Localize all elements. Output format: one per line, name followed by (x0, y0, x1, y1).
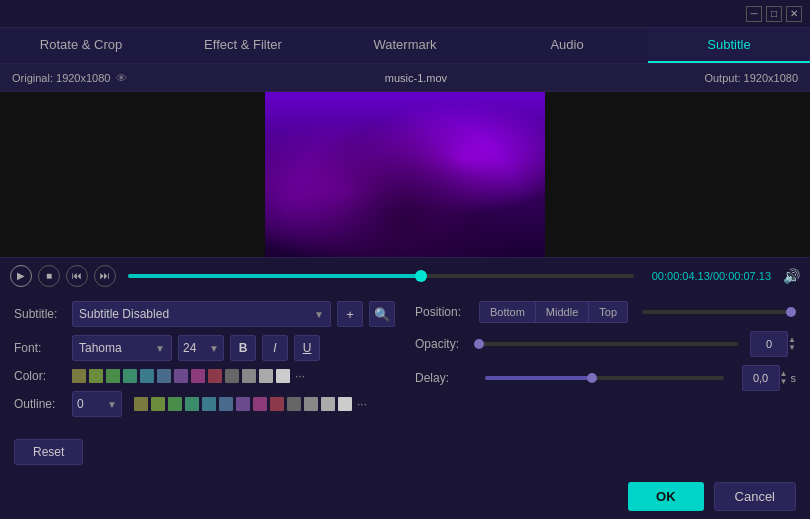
color-swatch[interactable] (208, 369, 222, 383)
title-bar: ─ □ ✕ (0, 0, 810, 28)
tab-watermark[interactable]: Watermark (324, 28, 486, 63)
position-row: Position: Bottom Middle Top (415, 301, 796, 323)
outline-swatch[interactable] (270, 397, 284, 411)
opacity-slider-thumb (474, 339, 484, 349)
position-middle-button[interactable]: Middle (536, 302, 589, 322)
outline-swatch[interactable] (236, 397, 250, 411)
color-swatch[interactable] (140, 369, 154, 383)
delay-fill (485, 376, 592, 380)
font-label: Font: (14, 341, 66, 355)
video-area (0, 92, 810, 257)
subtitle-dropdown-arrow: ▼ (314, 309, 324, 320)
minimize-button[interactable]: ─ (746, 6, 762, 22)
outline-swatch[interactable] (304, 397, 318, 411)
video-preview (265, 92, 545, 257)
color-swatch[interactable] (123, 369, 137, 383)
position-label: Position: (415, 305, 473, 319)
reset-button[interactable]: Reset (14, 439, 83, 465)
color-swatch[interactable] (106, 369, 120, 383)
outline-color-swatches: ··· (134, 397, 367, 411)
outline-swatch[interactable] (202, 397, 216, 411)
outline-label: Outline: (14, 397, 66, 411)
tab-subtitle[interactable]: Subtitle (648, 28, 810, 63)
color-row: Color: ··· (14, 369, 395, 383)
delay-slider-thumb (587, 373, 597, 383)
video-side-left (0, 92, 265, 257)
outline-more-button[interactable]: ··· (357, 397, 367, 411)
position-button-group: Bottom Middle Top (479, 301, 628, 323)
opacity-down-button[interactable]: ▼ (788, 344, 796, 352)
outline-swatch[interactable] (287, 397, 301, 411)
color-swatch[interactable] (242, 369, 256, 383)
stop-button[interactable]: ■ (38, 265, 60, 287)
eye-icon: 👁 (116, 72, 127, 84)
italic-button[interactable]: I (262, 335, 288, 361)
opacity-label: Opacity: (415, 337, 473, 351)
right-controls: Position: Bottom Middle Top Opacity: 0 ▲ (415, 301, 796, 425)
outline-swatch[interactable] (185, 397, 199, 411)
outline-value: 0 (77, 397, 84, 411)
delay-row: Delay: 0,0 ▲ ▼ s (415, 365, 796, 391)
tab-audio[interactable]: Audio (486, 28, 648, 63)
play-button[interactable]: ▶ (10, 265, 32, 287)
subtitle-value: Subtitle Disabled (79, 307, 169, 321)
outline-swatch[interactable] (338, 397, 352, 411)
video-side-right (545, 92, 810, 257)
font-family-value: Tahoma (79, 341, 122, 355)
color-swatch[interactable] (72, 369, 86, 383)
seek-thumb (415, 270, 427, 282)
position-bottom-button[interactable]: Bottom (480, 302, 536, 322)
color-swatch[interactable] (89, 369, 103, 383)
color-swatch[interactable] (157, 369, 171, 383)
maximize-button[interactable]: □ (766, 6, 782, 22)
delay-label: Delay: (415, 371, 473, 385)
filename: music-1.mov (127, 72, 704, 84)
seek-bar[interactable] (128, 274, 634, 278)
position-slider-thumb (786, 307, 796, 317)
color-swatch[interactable] (225, 369, 239, 383)
controls-panel: Subtitle: Subtitle Disabled ▼ + 🔍 Font: … (0, 293, 810, 433)
position-slider[interactable] (642, 310, 796, 314)
delay-slider[interactable] (485, 376, 724, 380)
subtitle-select[interactable]: Subtitle Disabled ▼ (72, 301, 331, 327)
outline-select[interactable]: 0 ▼ (72, 391, 122, 417)
font-dropdown-arrow: ▼ (155, 343, 165, 354)
color-more-button[interactable]: ··· (295, 369, 305, 383)
tab-rotate[interactable]: Rotate & Crop (0, 28, 162, 63)
next-button[interactable]: ⏭ (94, 265, 116, 287)
position-top-button[interactable]: Top (589, 302, 627, 322)
ok-button[interactable]: OK (628, 482, 704, 511)
outline-swatch[interactable] (219, 397, 233, 411)
search-subtitle-button[interactable]: 🔍 (369, 301, 395, 327)
font-size-select[interactable]: 24 ▼ (178, 335, 224, 361)
tab-effect[interactable]: Effect & Filter (162, 28, 324, 63)
color-swatch[interactable] (191, 369, 205, 383)
color-swatches: ··· (72, 369, 305, 383)
outline-swatch[interactable] (151, 397, 165, 411)
outline-swatch[interactable] (168, 397, 182, 411)
outline-swatch[interactable] (134, 397, 148, 411)
font-family-select[interactable]: Tahoma ▼ (72, 335, 172, 361)
opacity-spinners: ▲ ▼ (788, 336, 796, 352)
outline-swatch[interactable] (253, 397, 267, 411)
color-swatch[interactable] (276, 369, 290, 383)
opacity-value[interactable]: 0 (750, 331, 788, 357)
volume-icon[interactable]: 🔊 (783, 268, 800, 284)
opacity-slider[interactable] (479, 342, 738, 346)
original-resolution: Original: 1920x1080 (12, 72, 110, 84)
color-swatch[interactable] (259, 369, 273, 383)
add-subtitle-button[interactable]: + (337, 301, 363, 327)
font-size-value: 24 (183, 341, 196, 355)
prev-button[interactable]: ⏮ (66, 265, 88, 287)
bold-button[interactable]: B (230, 335, 256, 361)
outline-swatch[interactable] (321, 397, 335, 411)
tab-bar: Rotate & Crop Effect & Filter Watermark … (0, 28, 810, 64)
info-bar: Original: 1920x1080 👁 music-1.mov Output… (0, 64, 810, 92)
underline-button[interactable]: U (294, 335, 320, 361)
delay-down-button[interactable]: ▼ (780, 378, 788, 386)
cancel-button[interactable]: Cancel (714, 482, 796, 511)
delay-unit: s (791, 372, 797, 384)
color-swatch[interactable] (174, 369, 188, 383)
delay-value[interactable]: 0,0 (742, 365, 780, 391)
close-button[interactable]: ✕ (786, 6, 802, 22)
